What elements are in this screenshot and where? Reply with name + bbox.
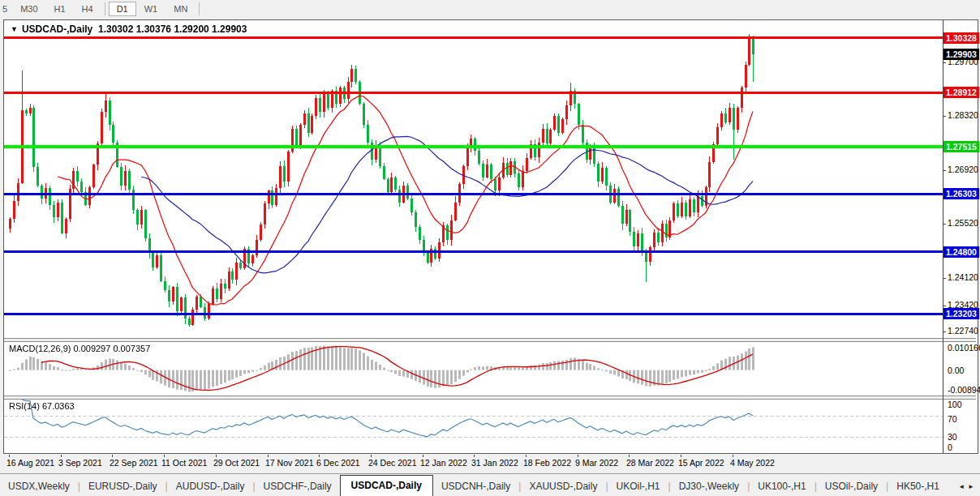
date-label: 6 Dec 2021 bbox=[316, 458, 360, 468]
date-tick-mark bbox=[423, 455, 423, 457]
timeframe-button-w1[interactable]: W1 bbox=[136, 2, 166, 16]
price-tick-mark bbox=[943, 116, 946, 117]
price-badge-1.29903: 1.29903 bbox=[943, 49, 979, 60]
macd-label: MACD(12,26,9) 0.009297 0.007357 bbox=[9, 344, 150, 353]
tab-scroll-right-icon[interactable]: ► bbox=[968, 483, 974, 490]
price-tick-mark bbox=[943, 278, 946, 279]
toolbar-divider bbox=[199, 2, 200, 15]
chart-dropdown-icon[interactable]: ▼ bbox=[11, 25, 18, 33]
toolbar-divider bbox=[105, 2, 105, 15]
tab-usoil-daily[interactable]: USOil-,Daily bbox=[817, 477, 886, 496]
price-tick-label: 1.28320 bbox=[948, 110, 978, 120]
date-label: 22 Sep 2021 bbox=[110, 458, 158, 468]
rsi-label: RSI(14) 67.0363 bbox=[9, 401, 75, 411]
date-tick-mark bbox=[164, 455, 165, 457]
price-badge-1.24800: 1.24800 bbox=[943, 246, 979, 258]
date-tick-mark bbox=[681, 455, 681, 457]
price-tick-mark bbox=[943, 224, 946, 224]
tab-dj30-weekly[interactable]: DJ30-,Weekly bbox=[671, 477, 747, 496]
tab-scroll-left-icon[interactable]: ◄ bbox=[958, 483, 965, 490]
chart-symbol-label: USDCAD-,Daily bbox=[22, 24, 92, 35]
rsi-axis-label: 70 bbox=[948, 414, 957, 424]
date-label: 11 Oct 2021 bbox=[161, 458, 207, 468]
price-axis-border bbox=[943, 20, 943, 453]
tab-audusd-daily[interactable]: AUDUSD-,Daily bbox=[168, 477, 253, 496]
tab-eurusd-daily[interactable]: EURUSD-,Daily bbox=[80, 477, 165, 496]
date-label: 4 May 2022 bbox=[730, 458, 775, 468]
date-tick-mark bbox=[474, 455, 475, 457]
timeframe-button-m30[interactable]: M30 bbox=[12, 2, 45, 16]
main-chart-canvas[interactable] bbox=[4, 20, 943, 338]
chart-tabs-bar: USDX,Weekly|EURUSD-,Daily|AUDUSD-,Daily|… bbox=[0, 473, 980, 496]
tab-ukoil-h1[interactable]: UKOil-,H1 bbox=[608, 477, 668, 496]
date-tick-mark bbox=[61, 455, 62, 457]
mt4-window: 5M30H1H4D1W1MN ▼USDCAD-,Daily 1.30302 1.… bbox=[0, 0, 980, 496]
price-badge-1.30328: 1.30328 bbox=[943, 32, 979, 44]
timeframe-button-mn[interactable]: MN bbox=[165, 2, 196, 16]
price-tick-label: 1.24120 bbox=[948, 272, 978, 282]
price-tick-label: 1.26920 bbox=[948, 165, 978, 174]
date-label: 24 Dec 2021 bbox=[368, 458, 417, 468]
timeframe-button-h1[interactable]: H1 bbox=[46, 2, 74, 16]
date-tick-mark bbox=[216, 455, 217, 457]
date-tick-mark bbox=[319, 455, 320, 457]
rsi-axis-label: 30 bbox=[948, 432, 957, 442]
chart-title: ▼USDCAD-,Daily 1.30302 1.30376 1.29200 1… bbox=[11, 24, 247, 35]
macd-axis-label: 0.00 bbox=[948, 366, 964, 375]
price-tick-mark bbox=[943, 170, 946, 171]
timeframe-button-d1[interactable]: D1 bbox=[109, 2, 136, 16]
price-badge-1.27515: 1.27515 bbox=[943, 141, 979, 152]
date-label: 12 Jan 2022 bbox=[420, 458, 467, 468]
macd-axis-label: 0.010166 bbox=[948, 343, 980, 353]
tab-usdcnh-daily[interactable]: USDCNH-,Daily bbox=[433, 477, 518, 496]
date-tick-mark bbox=[733, 455, 733, 457]
date-label: 29 Oct 2021 bbox=[213, 458, 260, 468]
price-badge-1.23203: 1.23203 bbox=[943, 308, 979, 319]
price-tick-mark bbox=[943, 331, 946, 332]
price-badge-1.26303: 1.26303 bbox=[943, 188, 979, 199]
date-tick-mark bbox=[629, 455, 630, 457]
rsi-axis-label: 100 bbox=[948, 400, 962, 409]
date-tick-mark bbox=[371, 455, 372, 457]
date-tick-mark bbox=[526, 455, 527, 457]
tab-hk50-h1[interactable]: HK50-,H1 bbox=[888, 477, 948, 496]
date-tick-mark bbox=[268, 455, 269, 457]
timeframe-button-h4[interactable]: H4 bbox=[74, 2, 101, 16]
tab-usdchf-daily[interactable]: USDCHF-,Daily bbox=[256, 477, 340, 496]
date-label: 3 Sep 2021 bbox=[58, 458, 102, 468]
date-label: 15 Apr 2022 bbox=[678, 458, 724, 468]
date-label: 18 Feb 2022 bbox=[523, 458, 571, 468]
chart-ohlc-values: 1.30302 1.30376 1.29200 1.29903 bbox=[98, 24, 247, 35]
date-tick-mark bbox=[578, 455, 578, 457]
date-tick-mark bbox=[9, 455, 10, 457]
date-label: 31 Jan 2022 bbox=[471, 458, 518, 468]
timeframe-toolbar: 5M30H1H4D1W1MN bbox=[0, 0, 980, 18]
rsi-axis-label: 0 bbox=[948, 443, 952, 452]
price-tick-label: 1.25520 bbox=[948, 218, 978, 228]
price-badge-1.28912: 1.28912 bbox=[943, 87, 979, 98]
date-label: 17 Nov 2021 bbox=[265, 458, 314, 468]
price-tick-mark bbox=[943, 306, 946, 306]
date-tick-mark bbox=[112, 455, 113, 457]
timeframe-button-5[interactable]: 5 bbox=[1, 2, 12, 16]
tab-xauusd-daily[interactable]: XAUUSD-,Daily bbox=[521, 477, 605, 496]
chart-window: ▼USDCAD-,Daily 1.30302 1.30376 1.29200 1… bbox=[3, 19, 978, 454]
date-label: 16 Aug 2021 bbox=[6, 458, 54, 468]
tab-uk100-h1[interactable]: UK100-,H1 bbox=[750, 477, 814, 496]
tab-usdx-weekly[interactable]: USDX,Weekly bbox=[0, 477, 78, 496]
price-tick-mark bbox=[943, 62, 946, 63]
date-label: 9 Mar 2022 bbox=[575, 458, 618, 468]
tab-scroll-arrows: ◄► bbox=[955, 483, 980, 496]
macd-axis-label: -0.00894 bbox=[948, 385, 980, 395]
rsi-canvas[interactable] bbox=[4, 400, 943, 452]
date-axis[interactable]: 16 Aug 20213 Sep 202122 Sep 202111 Oct 2… bbox=[3, 455, 977, 471]
tab-usdcad-daily[interactable]: USDCAD-,Daily bbox=[340, 475, 433, 496]
date-label: 28 Mar 2022 bbox=[626, 458, 674, 468]
price-tick-label: 1.22740 bbox=[948, 326, 978, 336]
